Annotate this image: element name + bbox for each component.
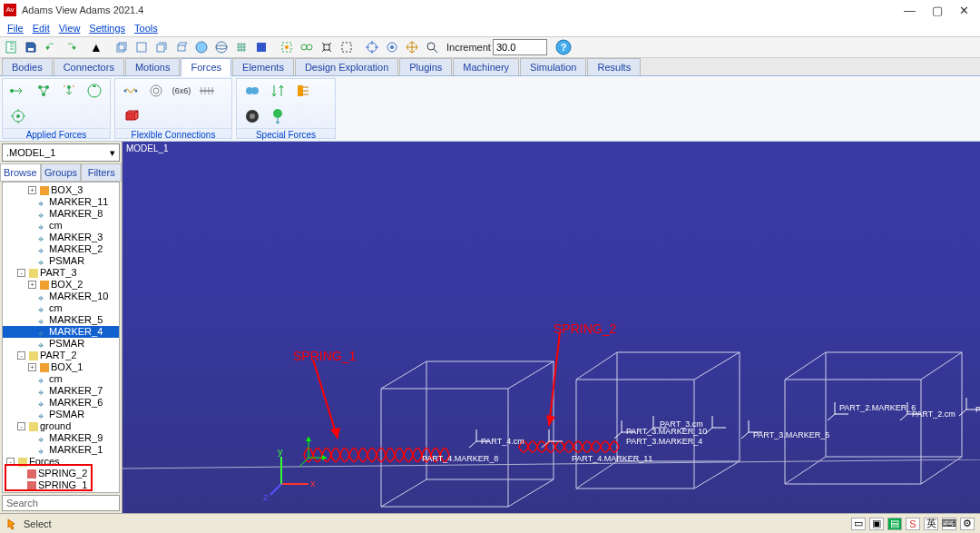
flex-coil-icon[interactable]	[146, 81, 166, 101]
tree-node[interactable]: ⌖MARKER_3	[3, 232, 119, 243]
tree-node[interactable]: ⌖cm	[3, 302, 119, 314]
tab-design-exploration[interactable]: Design Exploration	[295, 58, 398, 75]
sidebar-tab-filters[interactable]: Filters	[81, 163, 122, 182]
tree-node[interactable]: -PART_3	[3, 267, 119, 279]
view-iso-icon[interactable]	[113, 38, 131, 56]
tree-node[interactable]: ⌖MARKER_1	[3, 444, 119, 456]
zoom-icon[interactable]	[423, 38, 441, 56]
fit-icon[interactable]	[318, 38, 336, 56]
viewport-3d[interactable]: MODEL_1	[122, 142, 980, 513]
flex-spring-icon[interactable]	[121, 81, 141, 101]
tab-plugins[interactable]: Plugins	[399, 58, 452, 75]
applied-force-2-icon[interactable]	[34, 81, 54, 101]
tree-node[interactable]: ⌖MARKER_9	[3, 432, 119, 444]
tree-node[interactable]: ⌖MARKER_2	[3, 243, 119, 255]
select-group-icon[interactable]	[278, 38, 296, 56]
view-front-icon[interactable]	[132, 38, 151, 56]
svg-line-118	[270, 484, 281, 495]
tree-node[interactable]: +BOX_3	[3, 184, 119, 196]
applied-force-3-icon[interactable]	[59, 81, 79, 101]
sidebar-tab-groups[interactable]: Groups	[41, 163, 82, 182]
tree-node[interactable]: ↓gravity	[3, 491, 119, 493]
close-button[interactable]: ✕	[959, 4, 969, 17]
tree-node[interactable]: -Forces	[3, 456, 119, 468]
tree-node[interactable]: ⌖PSMAR	[3, 255, 119, 267]
tree-node[interactable]: SPRING_1	[3, 479, 119, 491]
special-contact-icon[interactable]	[242, 81, 262, 101]
tree-node[interactable]: -ground	[3, 420, 119, 432]
undo-icon[interactable]	[42, 38, 60, 56]
new-icon[interactable]	[2, 38, 20, 56]
tab-machinery[interactable]: Machinery	[453, 58, 519, 75]
tray-icon[interactable]: ▭	[851, 518, 866, 530]
menu-view[interactable]: View	[55, 23, 84, 34]
applied-force-5-icon[interactable]	[8, 106, 28, 126]
tray-icon[interactable]: ⚙	[960, 518, 975, 530]
tree-node[interactable]: ⌖MARKER_5	[3, 314, 119, 326]
wire-icon[interactable]	[212, 38, 230, 56]
search-input[interactable]: Search	[2, 495, 120, 511]
tray-icon[interactable]: S	[906, 518, 920, 530]
save-icon[interactable]	[22, 38, 40, 56]
view-top-icon[interactable]	[172, 38, 191, 56]
pointer-icon[interactable]: ▲	[87, 38, 105, 56]
menu-tools[interactable]: Tools	[131, 23, 162, 34]
special-tire-icon[interactable]	[242, 106, 262, 126]
tree-node[interactable]: ⌖MARKER_11	[3, 196, 119, 208]
special-arrow-icon[interactable]	[268, 81, 288, 101]
tree-node[interactable]: +BOX_2	[3, 279, 119, 291]
tree-node[interactable]: ⌖MARKER_8	[3, 208, 119, 220]
menu-settings[interactable]: Settings	[85, 23, 129, 34]
tray-icon[interactable]: ▤	[887, 518, 902, 530]
tray-icon[interactable]: ⌨	[942, 518, 956, 530]
maximize-button[interactable]: ▢	[932, 4, 943, 17]
flex-matrix-icon[interactable]: (6x6)	[172, 81, 191, 101]
grid-icon[interactable]	[232, 38, 250, 56]
tab-elements[interactable]: Elements	[232, 58, 294, 75]
box-select-icon[interactable]	[338, 38, 356, 56]
menu-file[interactable]: File	[4, 23, 27, 34]
rotate-icon[interactable]	[383, 38, 401, 56]
flex-beam-icon[interactable]	[197, 81, 217, 101]
tab-motions[interactable]: Motions	[125, 58, 181, 75]
link-icon[interactable]	[298, 38, 316, 56]
viewport-annotation: SPRING_2	[554, 321, 616, 336]
tree-node[interactable]: ⌖MARKER_6	[3, 397, 119, 409]
view-right-icon[interactable]	[152, 38, 171, 56]
tab-simulation[interactable]: Simulation	[520, 58, 586, 75]
redo-icon[interactable]	[62, 38, 80, 56]
minimize-button[interactable]: —	[904, 4, 916, 17]
tree-node[interactable]: ⌖PSMAR	[3, 409, 119, 420]
tab-connectors[interactable]: Connectors	[54, 58, 124, 75]
tab-forces[interactable]: Forces	[181, 58, 231, 76]
tree-node[interactable]: +BOX_1	[3, 361, 119, 373]
flex-bushing-icon[interactable]	[121, 106, 141, 126]
shade-icon[interactable]	[192, 38, 211, 56]
increment-input[interactable]	[493, 39, 547, 55]
applied-force-4-icon[interactable]	[84, 81, 104, 101]
applied-force-1-icon[interactable]	[8, 81, 28, 101]
sidebar-tab-browse[interactable]: Browse	[0, 163, 41, 182]
tree-node[interactable]: ⌖MARKER_4	[3, 326, 119, 338]
tray-icon[interactable]: 英	[924, 518, 938, 530]
model-tree[interactable]: +BOX_3⌖MARKER_11⌖MARKER_8⌖cm⌖MARKER_3⌖MA…	[2, 182, 120, 493]
special-gravity-icon[interactable]	[268, 106, 288, 126]
center-icon[interactable]	[363, 38, 381, 56]
special-modal-icon[interactable]	[293, 81, 313, 101]
menu-edit[interactable]: Edit	[29, 23, 54, 34]
tree-node[interactable]: ⌖MARKER_10	[3, 291, 119, 302]
help-icon[interactable]: ?	[554, 38, 573, 56]
tab-bodies[interactable]: Bodies	[2, 58, 53, 75]
tree-node[interactable]: -PART_2	[3, 350, 119, 361]
tree-node[interactable]: ⌖cm	[3, 220, 119, 232]
tree-node[interactable]: ⌖PSMAR	[3, 338, 119, 350]
depth-icon[interactable]	[252, 38, 270, 56]
tree-node[interactable]: SPRING_2	[3, 468, 119, 479]
svg-line-73	[785, 352, 826, 380]
tray-icon[interactable]: ▣	[869, 518, 884, 530]
model-selector[interactable]: .MODEL_1 ▾	[2, 143, 120, 162]
tree-node[interactable]: ⌖MARKER_7	[3, 385, 119, 397]
tab-results[interactable]: Results	[587, 58, 641, 75]
tree-node[interactable]: ⌖cm	[3, 373, 119, 385]
pan-icon[interactable]	[403, 38, 421, 56]
